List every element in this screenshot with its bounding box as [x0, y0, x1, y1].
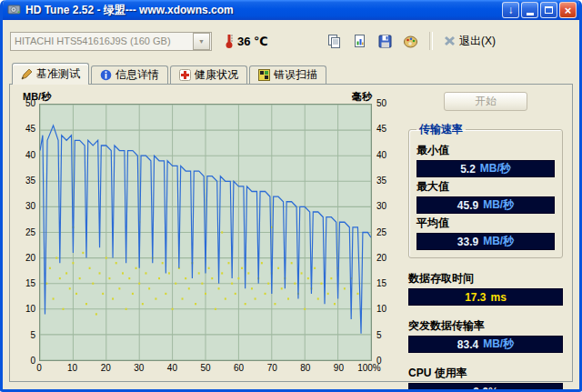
toolbar-separator [429, 32, 433, 50]
min-unit: MB/秒 [480, 161, 511, 176]
temperature-value: 36 ℃ [237, 35, 268, 48]
y-axis-right-labels: 50454035302520151050 [372, 104, 397, 361]
save-button[interactable] [374, 31, 396, 52]
access-time-value-box: 17.3 ms [408, 288, 563, 306]
max-value-box: 45.9 MB/秒 [416, 196, 555, 214]
toolbar: HITACHI HTS541616J9S (160 GB) ▼ 36 ℃ [3, 20, 579, 62]
copy-icon [326, 34, 342, 49]
burst-rate-value-box: 83.4 MB/秒 [408, 336, 563, 353]
tab-bar: 基准测试 信息详情 健康状况 错误扫描 [3, 62, 579, 84]
max-unit: MB/秒 [483, 197, 514, 213]
options-icon [403, 34, 418, 49]
tab-info[interactable]: 信息详情 [91, 65, 168, 84]
title-bar[interactable]: HD Tune 2.52 - 绿盟--- www.xdowns.com ↓ × [3, 0, 579, 20]
benchmark-page: MB/秒 毫秒 50454035302520151050 50454035302… [9, 84, 573, 382]
tab-health[interactable]: 健康状况 [170, 65, 247, 84]
tab-label: 基准测试 [36, 66, 80, 82]
cpu-usage-value-box: 3.6% [408, 383, 563, 392]
exit-button[interactable]: 退出(X) [440, 32, 499, 51]
exit-x-icon [444, 35, 457, 46]
min-label: 最小值 [416, 143, 555, 158]
download-icon: ↓ [508, 5, 514, 15]
window-title: HD Tune 2.52 - 绿盟--- www.xdowns.com [25, 3, 502, 18]
app-icon [7, 3, 22, 17]
max-label: 最大值 [416, 179, 555, 195]
drive-select[interactable]: HITACHI HTS541616J9S (160 GB) ▼ [10, 32, 212, 51]
health-icon [179, 69, 191, 81]
max-value: 45.9 [457, 199, 478, 212]
tab-error-scan[interactable]: 错误扫描 [249, 65, 326, 84]
maximize-button[interactable] [540, 2, 557, 18]
error-scan-icon [258, 69, 270, 81]
cpu-usage-label: CPU 使用率 [408, 366, 563, 381]
minimize-icon [527, 13, 534, 15]
burst-rate-value: 83.4 [457, 338, 478, 351]
access-time-label: 数据存取时间 [408, 271, 563, 286]
y-axis-left-labels: 50454035302520151050 [15, 104, 39, 361]
copy-button[interactable] [323, 31, 346, 52]
download-button[interactable]: ↓ [502, 2, 519, 18]
drive-select-value: HITACHI HTS541616J9S (160 GB) [11, 35, 193, 46]
avg-unit: MB/秒 [483, 234, 514, 249]
avg-label: 平均值 [416, 216, 555, 231]
benchmark-icon [21, 68, 33, 80]
save-icon [377, 34, 393, 49]
avg-value-box: 33.9 MB/秒 [416, 233, 555, 250]
close-button[interactable]: × [559, 2, 577, 18]
chevron-down-icon: ▼ [193, 33, 210, 50]
chart-area: MB/秒 毫秒 50454035302520151050 50454035302… [15, 90, 397, 377]
minimize-button[interactable] [521, 2, 538, 18]
maximize-icon [545, 6, 553, 14]
cpu-usage-stat: CPU 使用率 3.6% [408, 360, 563, 392]
min-value-box: 5.2 MB/秒 [416, 160, 555, 177]
hdtune-window: HD Tune 2.52 - 绿盟--- www.xdowns.com ↓ × … [0, 0, 582, 392]
tab-label: 健康状况 [195, 67, 238, 83]
tab-benchmark[interactable]: 基准测试 [12, 63, 89, 85]
avg-value: 33.9 [457, 236, 478, 248]
burst-rate-label: 突发数据传输率 [408, 318, 563, 334]
access-time-value: 17.3 [465, 291, 486, 304]
cpu-usage-value: 3.6% [473, 386, 497, 392]
access-time-unit: ms [491, 291, 507, 304]
options-button[interactable] [399, 31, 422, 52]
x-axis-labels: 0102030405060708090100% [39, 363, 372, 377]
temperature-indicator: 36 ℃ [225, 33, 268, 49]
burst-rate-unit: MB/秒 [483, 337, 514, 352]
copy-image-icon [352, 34, 367, 49]
info-icon [100, 69, 112, 81]
min-value: 5.2 [460, 163, 476, 176]
y-right-axis-title: 毫秒 [352, 90, 372, 104]
tab-label: 信息详情 [115, 67, 159, 83]
burst-rate-stat: 突发数据传输率 83.4 MB/秒 [408, 313, 563, 353]
exit-label: 退出(X) [459, 34, 496, 49]
benchmark-chart [39, 104, 372, 361]
transfer-rate-group: 传输速率 最小值 5.2 MB/秒 最大值 45.9 MB/秒 平均值 33.9… [408, 122, 563, 258]
results-panel: 开始 传输速率 最小值 5.2 MB/秒 最大值 45.9 MB/秒 平均值 3… [397, 90, 567, 377]
copy-image-button[interactable] [348, 31, 371, 52]
access-time-stat: 数据存取时间 17.3 ms [408, 266, 563, 306]
thermometer-icon [225, 33, 234, 49]
transfer-rate-title: 传输速率 [416, 122, 466, 137]
close-icon: × [565, 5, 572, 16]
start-button[interactable]: 开始 [444, 92, 527, 111]
tab-label: 错误扫描 [274, 67, 317, 83]
